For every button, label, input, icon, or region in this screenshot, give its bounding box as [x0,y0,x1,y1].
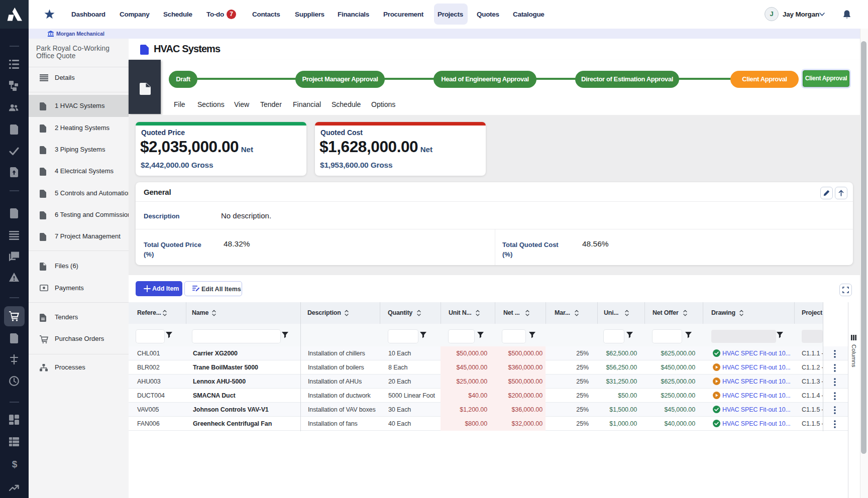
svg-text:$: $ [12,459,18,469]
